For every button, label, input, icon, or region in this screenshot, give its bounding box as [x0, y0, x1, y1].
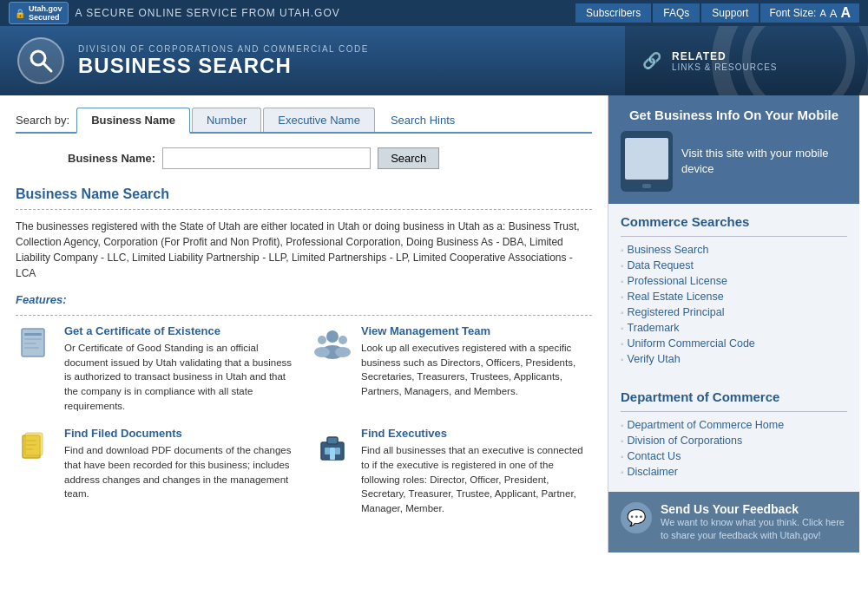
section-title: Business Name Search [16, 186, 592, 202]
commerce-divider [621, 236, 847, 237]
link-contact-us[interactable]: Contact Us [628, 450, 681, 462]
list-item: ◦Real Estate License [621, 291, 847, 303]
list-item: ◦Trademark [621, 322, 847, 334]
faqs-button[interactable]: FAQs [653, 3, 700, 23]
header-subtitle: Division of Corporations and Commercial … [78, 44, 369, 54]
lock-icon: 🔒 [15, 9, 25, 18]
sidebar: Get Business Info On Your Mobile Visit t… [608, 95, 859, 552]
font-medium-button[interactable]: A [830, 7, 838, 20]
svg-rect-23 [335, 448, 340, 454]
feature-certificate-desc: Or Certificate of Good Standing is an of… [64, 341, 295, 413]
top-bar-left: 🔒 Utah.gov Secured A SECURE ONLINE SERVI… [9, 2, 340, 24]
bullet-icon: ◦ [621, 355, 624, 364]
svg-rect-22 [325, 448, 330, 454]
feature-documents: Find Filed Documents Find and download P… [16, 427, 295, 515]
list-item: ◦Contact Us [621, 450, 847, 462]
feature-documents-text: Find Filed Documents Find and download P… [64, 427, 295, 515]
svg-rect-6 [24, 338, 42, 340]
documents-icon [16, 427, 56, 467]
utah-badge: 🔒 Utah.gov Secured [9, 2, 69, 24]
svg-rect-8 [24, 347, 39, 349]
tab-number[interactable]: Number [192, 108, 261, 132]
management-icon [312, 324, 352, 364]
feedback-title: Send Us Your Feedback [661, 502, 847, 516]
tab-executive-name[interactable]: Executive Name [263, 108, 375, 132]
link-verify-utah[interactable]: Verify Utah [628, 353, 681, 365]
features-divider [16, 315, 592, 316]
svg-point-14 [335, 347, 351, 357]
svg-rect-7 [24, 343, 36, 344]
link-real-estate-license[interactable]: Real Estate License [628, 291, 724, 303]
badge-text: Utah.gov Secured [29, 4, 62, 22]
section-text: The businesses registered with the State… [16, 219, 592, 281]
support-button[interactable]: Support [701, 3, 759, 23]
bullet-icon: ◦ [621, 245, 624, 255]
bullet-icon: ◦ [621, 339, 624, 349]
commerce-searches-title: Commerce Searches [621, 214, 847, 229]
feedback-text: Send Us Your Feedback We want to know wh… [661, 502, 847, 542]
feature-management: View Management Team Look up all executi… [312, 324, 592, 413]
commerce-links-list: ◦Business Search ◦Data Request ◦Professi… [621, 244, 847, 365]
link-data-request[interactable]: Data Request [628, 259, 694, 271]
bullet-icon: ◦ [621, 277, 624, 286]
list-item: ◦Department of Commerce Home [621, 419, 847, 431]
search-button[interactable]: Search [378, 147, 439, 169]
section-divider [16, 209, 592, 210]
font-large-button[interactable]: A [840, 5, 851, 21]
sidebar-mobile: Get Business Info On Your Mobile Visit t… [608, 95, 859, 204]
list-item: ◦Registered Principal [621, 306, 847, 318]
feature-certificate: Get a Certificate of Existence Or Certif… [16, 324, 295, 413]
dept-commerce-title: Department of Commerce [621, 389, 847, 404]
business-name-label: Business Name: [68, 152, 155, 165]
executives-icon [312, 427, 352, 467]
secure-title: A SECURE ONLINE SERVICE FROM UTAH.GOV [76, 7, 340, 19]
feature-documents-title[interactable]: Find Filed Documents [64, 427, 295, 440]
feature-certificate-title[interactable]: Get a Certificate of Existence [64, 324, 295, 337]
svg-point-13 [339, 336, 347, 344]
dept-links-list: ◦Department of Commerce Home ◦Division o… [621, 419, 847, 478]
link-icon: 🔗 [642, 51, 661, 70]
bullet-icon: ◦ [621, 308, 624, 317]
mobile-text: Visit this site with your mobile device [681, 146, 847, 177]
feedback-bubble-icon: 💬 [621, 502, 652, 533]
feedback-desc: We want to know what you think. Click he… [661, 516, 847, 542]
mobile-title: Get Business Info On Your Mobile [621, 108, 847, 122]
link-dept-home[interactable]: Department of Commerce Home [628, 419, 785, 431]
header-right: 🔗 RELATED LINKS & RESOURCES [625, 26, 868, 95]
subscribers-button[interactable]: Subscribers [575, 3, 651, 23]
search-by-label: Search by: [16, 114, 69, 127]
business-name-input[interactable] [162, 147, 371, 169]
dept-divider [621, 411, 847, 412]
feature-management-desc: Look up all executives registered with a… [361, 341, 592, 399]
link-registered-principal[interactable]: Registered Principal [628, 306, 725, 318]
link-professional-license[interactable]: Professional License [628, 275, 727, 287]
link-uniform-commercial-code[interactable]: Uniform Commercial Code [628, 337, 755, 350]
svg-rect-24 [330, 448, 335, 460]
header: Division of Corporations and Commercial … [0, 26, 868, 95]
svg-point-9 [326, 330, 339, 343]
top-nav: Subscribers FAQs Support Font Size: A A … [575, 3, 859, 23]
header-title: BUSINESS SEARCH [78, 54, 369, 78]
font-small-button[interactable]: A [819, 8, 825, 18]
link-division-corps[interactable]: Division of Corporations [628, 435, 743, 447]
list-item: ◦Disclaimer [621, 466, 847, 478]
search-circle-icon [17, 37, 64, 84]
list-item: ◦Data Request [621, 259, 847, 271]
feature-management-title[interactable]: View Management Team [361, 324, 592, 337]
svg-rect-21 [327, 437, 338, 444]
bullet-icon: ◦ [621, 452, 624, 461]
feature-documents-desc: Find and download PDF documents of the c… [64, 443, 295, 501]
feature-executives-title[interactable]: Find Executives [361, 427, 592, 440]
search-form: Business Name: Search [16, 147, 592, 169]
tab-search-hints[interactable]: Search Hints [377, 108, 469, 132]
link-disclaimer[interactable]: Disclaimer [628, 466, 678, 478]
phone-image [621, 131, 673, 192]
link-trademark[interactable]: Trademark [628, 322, 680, 334]
feedback-section[interactable]: 💬 Send Us Your Feedback We want to know … [608, 492, 859, 552]
certificate-icon [16, 324, 56, 364]
link-business-search[interactable]: Business Search [628, 244, 709, 256]
bullet-icon: ◦ [621, 468, 624, 477]
tab-business-name[interactable]: Business Name [76, 108, 190, 134]
svg-rect-19 [25, 433, 43, 455]
bullet-icon: ◦ [621, 324, 624, 333]
